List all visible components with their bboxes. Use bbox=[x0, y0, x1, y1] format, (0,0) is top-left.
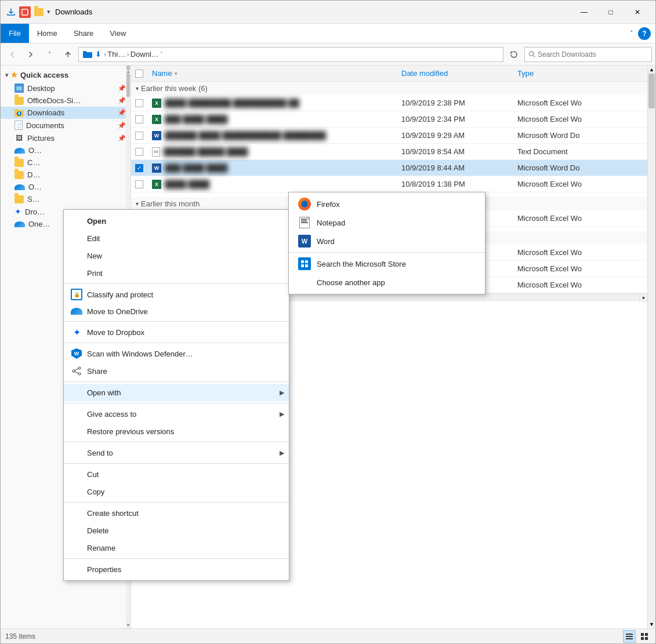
ctx-cut-label: Cut bbox=[87, 470, 99, 479]
group-earlier-week[interactable]: ▾ Earlier this week (6) bbox=[131, 82, 647, 95]
sub-word[interactable]: W Word bbox=[289, 232, 485, 250]
checkbox2[interactable] bbox=[135, 115, 143, 123]
sidebar-item-pictures[interactable]: 🖼 Pictures 📌 bbox=[1, 132, 131, 144]
row1-checkbox[interactable] bbox=[131, 99, 147, 107]
table-row[interactable]: W ██████ ████ ███████████ ████████ 10/9/… bbox=[131, 128, 647, 144]
quick-access-header[interactable]: ▾ ★ Quick access bbox=[1, 68, 131, 82]
address-bar[interactable]: ⬇ › Thi… › Downl… ˅ bbox=[78, 47, 503, 62]
search-bar[interactable] bbox=[524, 47, 652, 62]
file-list-scrollbar[interactable]: ▲ ▼ bbox=[647, 66, 655, 628]
close-button[interactable]: ✕ bbox=[624, 3, 651, 21]
ctx-copy[interactable]: Copy bbox=[64, 483, 289, 500]
ctx-open-with[interactable]: Open with ▶ bbox=[64, 384, 289, 401]
ctx-create-shortcut[interactable]: Create shortcut bbox=[64, 504, 289, 522]
sidebar-item-cloud3[interactable]: D… bbox=[1, 169, 131, 181]
checkbox3[interactable] bbox=[135, 132, 143, 140]
address-dropdown[interactable]: ˅ bbox=[160, 51, 163, 57]
ctx-cut[interactable]: Cut bbox=[64, 465, 289, 483]
row3-checkbox[interactable] bbox=[131, 132, 147, 140]
ctx-scan-defender[interactable]: W Scan with Windows Defender… bbox=[64, 345, 289, 362]
ctx-edit[interactable]: Edit bbox=[64, 230, 289, 247]
row4-checkbox[interactable] bbox=[131, 148, 147, 156]
scroll-track[interactable] bbox=[648, 74, 655, 620]
recent-locations-button[interactable]: ˅ bbox=[41, 46, 57, 63]
qat-folder-icon[interactable] bbox=[33, 6, 45, 18]
sidebar-item-cloud4[interactable]: O… bbox=[1, 181, 131, 193]
ctx-print[interactable]: Print bbox=[64, 264, 289, 282]
address-path-icon: ⬇ bbox=[95, 50, 102, 59]
col-date-header[interactable]: Date modified bbox=[397, 69, 513, 78]
ctx-delete[interactable]: Delete bbox=[64, 522, 289, 539]
checkbox1[interactable] bbox=[135, 99, 143, 107]
detail-view-btn[interactable] bbox=[623, 630, 636, 643]
checkbox4[interactable] bbox=[135, 148, 143, 156]
checkbox6[interactable] bbox=[135, 180, 143, 188]
back-button[interactable] bbox=[4, 46, 20, 63]
table-row[interactable]: txt ██████ █████ ████ 10/9/2019 8:54 AM … bbox=[131, 144, 647, 160]
sidebar-item-cloud2[interactable]: C… bbox=[1, 157, 131, 169]
table-row[interactable]: X ████ ████ 10/8/2019 1:38 PM Microsoft … bbox=[131, 176, 647, 192]
statusbar-right bbox=[623, 630, 651, 643]
ctx-move-onedrive[interactable]: Move to OneDrive bbox=[64, 303, 289, 319]
checkbox5[interactable]: ✓ bbox=[135, 164, 143, 172]
quick-access-label: Quick access bbox=[20, 71, 68, 79]
col-name-header[interactable]: Name ▾ bbox=[147, 69, 397, 78]
search-input[interactable] bbox=[538, 50, 648, 59]
ctx-classify[interactable]: 🔒 Classify and protect bbox=[64, 286, 289, 303]
scroll-up-btn[interactable]: ▲ bbox=[648, 66, 656, 74]
ctx-give-access[interactable]: Give access to ▶ bbox=[64, 405, 289, 423]
sidebar-item-documents[interactable]: 📄 Documents 📌 bbox=[1, 119, 131, 132]
scroll-right-btn[interactable]: ▸ bbox=[639, 294, 647, 302]
row6-checkbox[interactable] bbox=[131, 180, 147, 188]
tab-file[interactable]: File bbox=[1, 24, 29, 43]
minimize-button[interactable]: — bbox=[571, 3, 597, 21]
ctx-rename[interactable]: Rename bbox=[64, 539, 289, 556]
ctx-properties[interactable]: Properties bbox=[64, 561, 289, 578]
header-checkbox[interactable] bbox=[131, 70, 147, 78]
store-icon bbox=[298, 257, 311, 270]
sidebar-item-officedocs[interactable]: OfficeDocs-Si… 📌 bbox=[1, 94, 131, 107]
ctx-restore[interactable]: Restore previous versions bbox=[64, 423, 289, 440]
qat-dropdown[interactable]: ▾ bbox=[47, 8, 50, 16]
svg-rect-8 bbox=[645, 637, 648, 640]
ctx-move-dropbox[interactable]: ✦ Move to Dropbox bbox=[64, 323, 289, 341]
sub-store[interactable]: Search the Microsoft Store bbox=[289, 254, 485, 273]
sidebar-item-desktop[interactable]: Desktop 📌 bbox=[1, 82, 131, 94]
ctx-new[interactable]: New bbox=[64, 247, 289, 264]
ctx-open[interactable]: Open bbox=[64, 212, 289, 230]
maximize-button[interactable]: □ bbox=[597, 3, 624, 21]
ribbon-chevron[interactable]: ˅ bbox=[628, 27, 636, 39]
table-row[interactable]: X ███ ████ ████ 10/9/2019 2:34 PM Micros… bbox=[131, 111, 647, 128]
group2-label: Earlier this month bbox=[141, 199, 200, 208]
svg-rect-6 bbox=[645, 633, 648, 636]
col-type-header[interactable]: Type bbox=[513, 69, 647, 78]
ctx-send-to[interactable]: Send to ▶ bbox=[64, 444, 289, 461]
sidebar-item-cloud1[interactable]: O… bbox=[1, 144, 131, 157]
table-row[interactable]: ✓ W ███ ████ ████ 10/9/2019 8:44 AM Micr… bbox=[131, 160, 647, 176]
svg-rect-15 bbox=[305, 264, 308, 267]
ctx-share[interactable]: Share bbox=[64, 362, 289, 380]
table-row[interactable]: X ████ ████████ ██████████ ██ 10/9/2019 … bbox=[131, 95, 647, 111]
ctx-new-label: New bbox=[87, 252, 102, 260]
tab-view[interactable]: View bbox=[102, 24, 134, 43]
sub-notepad[interactable]: Notepad bbox=[289, 213, 485, 232]
sub-choose-app[interactable]: Choose another app bbox=[289, 273, 485, 292]
sidebar-item-cloud5[interactable]: S… bbox=[1, 193, 131, 205]
qat-icon2[interactable] bbox=[19, 6, 31, 18]
sub-firefox[interactable]: Firefox bbox=[289, 195, 485, 213]
large-view-btn[interactable] bbox=[638, 630, 651, 643]
scroll-down-btn[interactable]: ▼ bbox=[648, 620, 656, 628]
qat-download-icon[interactable] bbox=[5, 6, 17, 18]
select-all-checkbox[interactable] bbox=[135, 70, 143, 78]
sidebar-item-downloads[interactable]: ⬇ Downloads 📌 bbox=[1, 107, 131, 119]
help-button[interactable]: ? bbox=[638, 27, 651, 40]
scroll-thumb[interactable] bbox=[648, 74, 655, 108]
tab-home[interactable]: Home bbox=[29, 24, 66, 43]
refresh-button[interactable] bbox=[506, 46, 522, 63]
cloud3-icon bbox=[15, 171, 24, 179]
tab-share[interactable]: Share bbox=[66, 24, 102, 43]
row5-checkbox[interactable]: ✓ bbox=[131, 164, 147, 172]
forward-button[interactable] bbox=[23, 46, 39, 63]
row2-checkbox[interactable] bbox=[131, 115, 147, 123]
up-button[interactable] bbox=[60, 46, 76, 63]
